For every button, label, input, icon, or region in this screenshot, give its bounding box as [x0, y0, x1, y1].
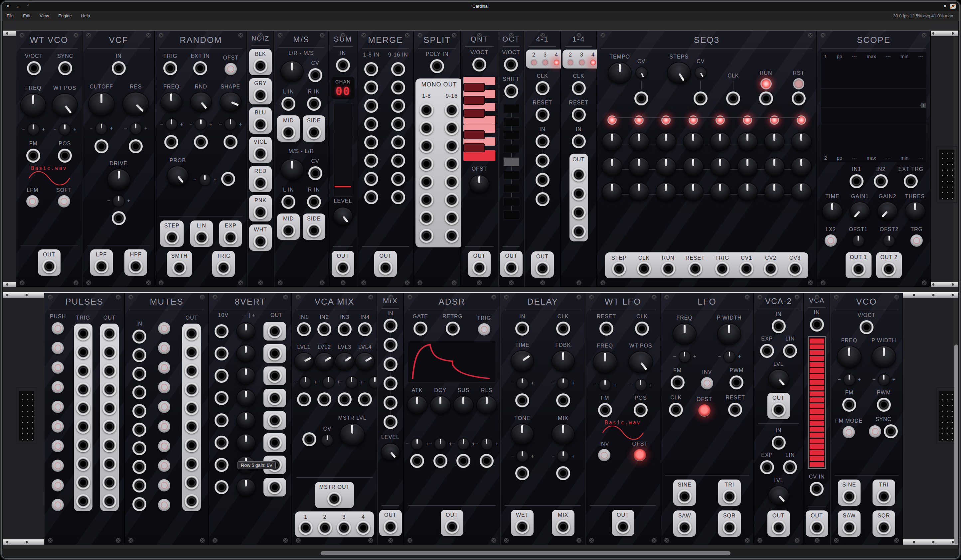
knob-freq[interactable] — [20, 93, 46, 117]
trim-knob[interactable] — [694, 66, 707, 79]
port-jack[interactable] — [572, 186, 586, 201]
knob-knob[interactable] — [236, 434, 256, 452]
knob-lvl3[interactable] — [335, 352, 355, 371]
port-1[interactable] — [299, 521, 313, 535]
knob-knob[interactable] — [629, 157, 649, 176]
port-sync[interactable] — [58, 61, 72, 75]
port-4[interactable] — [356, 521, 370, 535]
port-jack[interactable] — [384, 396, 397, 410]
port-jack[interactable] — [103, 475, 116, 489]
button-soft[interactable] — [58, 195, 70, 207]
port-v-oct[interactable] — [504, 58, 518, 72]
port-jack[interactable] — [103, 401, 116, 415]
knob-knob[interactable] — [602, 132, 622, 151]
button-mute-1[interactable] — [158, 322, 170, 335]
button-mute-7[interactable] — [158, 440, 170, 452]
port-jack[interactable] — [419, 175, 434, 189]
port-clk[interactable] — [572, 81, 586, 95]
port-cv-in[interactable] — [810, 482, 824, 496]
trim-knob[interactable] — [112, 195, 125, 207]
port-jack[interactable] — [76, 457, 90, 471]
port-jack[interactable] — [132, 367, 146, 381]
port-pos[interactable] — [634, 403, 648, 417]
port-jack[interactable] — [215, 436, 228, 449]
port-jack[interactable] — [185, 401, 199, 415]
knob-knob[interactable] — [764, 182, 785, 201]
button-mute-2[interactable] — [158, 342, 170, 354]
button-push-9[interactable] — [51, 479, 64, 491]
knob-knob[interactable] — [764, 157, 785, 176]
trim-knob[interactable] — [95, 122, 108, 135]
button-mute-8[interactable] — [158, 460, 170, 472]
port-jack[interactable] — [445, 103, 459, 117]
port-jack[interactable] — [132, 404, 146, 418]
black-key[interactable] — [463, 130, 485, 140]
trim-knob[interactable] — [224, 118, 236, 130]
port-jack[interactable] — [185, 457, 199, 471]
port-ext-trg[interactable] — [904, 174, 918, 188]
port-pos[interactable] — [58, 149, 72, 163]
octave-cell[interactable] — [503, 197, 519, 206]
port-mix[interactable] — [556, 520, 570, 534]
button-mute-6[interactable] — [158, 420, 170, 433]
port-jack[interactable] — [384, 415, 397, 429]
button-mute-5[interactable] — [158, 401, 170, 413]
port-jack[interactable] — [103, 327, 116, 340]
count-led-2[interactable] — [567, 59, 574, 66]
port-jack[interactable] — [391, 80, 405, 95]
trim-knob[interactable] — [635, 66, 648, 79]
trim-knob[interactable] — [199, 173, 211, 186]
knob-knob[interactable] — [683, 182, 704, 201]
knob-shape[interactable] — [220, 92, 241, 112]
port-jack[interactable] — [419, 211, 434, 225]
port-jack[interactable] — [419, 103, 434, 117]
port-jack[interactable] — [556, 466, 570, 480]
knob-res[interactable] — [122, 92, 149, 116]
port-pwm[interactable] — [730, 375, 744, 389]
trim-knob-cv[interactable] — [321, 434, 333, 446]
button-mute-9[interactable] — [158, 479, 170, 491]
port-blk[interactable] — [254, 59, 267, 73]
knob-knob[interactable] — [236, 345, 256, 363]
port-in2[interactable] — [874, 174, 888, 188]
knob-freq[interactable] — [160, 92, 182, 112]
port-jack[interactable] — [132, 423, 146, 436]
port-in[interactable] — [572, 134, 586, 148]
port-jack[interactable] — [317, 392, 331, 406]
port-reset[interactable] — [535, 108, 550, 122]
black-key[interactable] — [463, 96, 485, 105]
knob-knob[interactable] — [236, 478, 256, 496]
port-side[interactable] — [307, 125, 321, 140]
port-jack[interactable] — [535, 154, 550, 168]
port-exp[interactable] — [760, 460, 774, 474]
led-lit[interactable] — [715, 116, 725, 125]
port-tri[interactable] — [723, 489, 736, 504]
port-jack[interactable] — [103, 457, 116, 471]
port-jack[interactable] — [215, 347, 228, 361]
port-jack[interactable] — [535, 134, 550, 148]
port-jack[interactable] — [337, 392, 352, 406]
port-jack[interactable] — [76, 364, 90, 378]
port-trig[interactable] — [217, 261, 230, 275]
port-jack[interactable] — [572, 168, 586, 181]
port-jack[interactable] — [535, 173, 550, 187]
knob-thres[interactable] — [905, 202, 926, 220]
knob-time[interactable] — [822, 202, 842, 220]
port-jack[interactable] — [391, 154, 405, 168]
port-out[interactable] — [472, 261, 486, 275]
port-sine[interactable] — [678, 489, 691, 504]
quantizer-keyboard[interactable] — [463, 77, 495, 161]
port-cv1[interactable] — [739, 262, 754, 276]
port-jack[interactable] — [358, 392, 372, 406]
knob-knob[interactable] — [791, 157, 812, 176]
trim-knob[interactable] — [59, 123, 71, 135]
button-push-10[interactable] — [51, 499, 64, 511]
port-jack[interactable] — [185, 438, 199, 452]
port-shift[interactable] — [504, 84, 518, 98]
knob-knob[interactable] — [710, 157, 731, 176]
port-retrg[interactable] — [446, 322, 460, 335]
port-jack[interactable] — [792, 91, 806, 106]
port-jack[interactable] — [445, 121, 459, 135]
trim-knob[interactable] — [411, 438, 423, 450]
port-jack[interactable] — [391, 62, 405, 76]
